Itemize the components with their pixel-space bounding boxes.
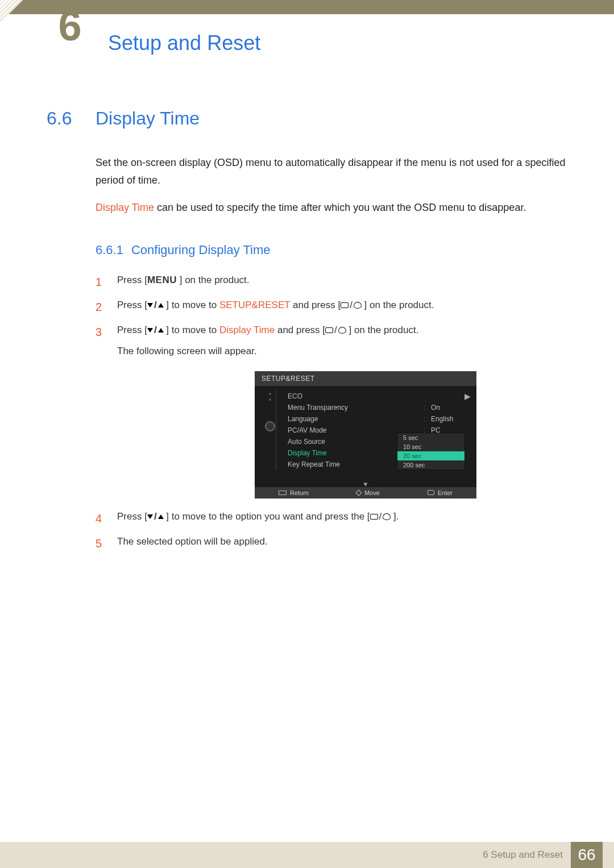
display-time-highlight-2: Display Time bbox=[219, 325, 275, 335]
subsection-number: 6.6.1 bbox=[96, 243, 123, 257]
header-white-bg: 6 Setup and Reset bbox=[0, 14, 614, 50]
header-bar: 6 Setup and Reset bbox=[0, 0, 614, 50]
menu-button-label: MENU bbox=[147, 275, 177, 285]
osd-row-label: ECO bbox=[288, 392, 464, 400]
osd-row-label: Language bbox=[288, 415, 424, 423]
step1-text-a: Press [ bbox=[117, 275, 147, 285]
display-time-highlight: Display Time bbox=[96, 202, 154, 213]
section-heading: 6.6 Display Time bbox=[47, 108, 567, 129]
osd-row: Menu Transparency:On bbox=[285, 402, 471, 413]
osd-screenshot: SETUP&RESET ECO▶Menu Transparency:OnLang… bbox=[255, 371, 476, 499]
footer-label: 6 Setup and Reset bbox=[483, 849, 563, 861]
step3-d: ] on the product. bbox=[346, 325, 419, 335]
step-2: 2 Press [/ ] to move to SETUP&RESET and … bbox=[96, 297, 567, 317]
move-icon bbox=[355, 489, 362, 496]
chapter-title: Setup and Reset bbox=[108, 31, 260, 55]
section-title: Display Time bbox=[96, 108, 200, 129]
rect-enter-icon: / bbox=[370, 509, 391, 525]
osd-row-value: English bbox=[431, 415, 471, 423]
step-3: 3 Press [/ ] to move to Display Time and… bbox=[96, 322, 567, 360]
osd-popup: 5 sec10 sec20 sec200 sec bbox=[397, 433, 465, 470]
osd-row: ECO▶ bbox=[285, 391, 471, 402]
osd-popup-item: 10 sec bbox=[397, 442, 464, 451]
step4-b: ] to move to the option you want and pre… bbox=[164, 511, 370, 522]
chapter-number-badge: 6 bbox=[50, 10, 90, 52]
osd-row-label: Menu Transparency bbox=[288, 404, 424, 412]
footer-page-number: 66 bbox=[571, 842, 603, 868]
step-4: 4 Press [/ ] to move to the option you w… bbox=[96, 509, 567, 528]
step3-c: and press [ bbox=[275, 325, 325, 335]
osd-footer: Return Move Enter bbox=[255, 487, 476, 499]
step3-b: ] to move to bbox=[164, 325, 219, 335]
step2-d: ] on the product. bbox=[362, 300, 434, 310]
gear-icon bbox=[265, 421, 275, 431]
step-1: 1 Press [MENU ] on the product. bbox=[96, 272, 567, 292]
step-number-5: 5 bbox=[96, 534, 106, 553]
step-5: 5 The selected option will be applied. bbox=[96, 534, 567, 553]
page-body: 6.6 Display Time Set the on-screen displ… bbox=[47, 108, 567, 559]
rect-enter-icon: / bbox=[325, 322, 346, 339]
osd-popup-item: 200 sec bbox=[397, 460, 464, 470]
setup-reset-highlight: SETUP&RESET bbox=[219, 300, 290, 310]
osd-more-arrow: ▼ bbox=[255, 480, 476, 487]
step3-a: Press [ bbox=[117, 325, 147, 335]
subsection-title: Configuring Display Time bbox=[131, 243, 271, 257]
step-number-4: 4 bbox=[96, 509, 106, 528]
step2-a: Press [ bbox=[117, 300, 147, 310]
osd-move: Move bbox=[356, 489, 380, 496]
chevron-right-icon: ▶ bbox=[464, 392, 471, 401]
osd-popup-item: 20 sec bbox=[397, 451, 464, 460]
step2-c: and press [ bbox=[290, 300, 341, 310]
step2-b: ] to move to bbox=[164, 300, 219, 310]
rect-enter-icon: / bbox=[341, 297, 362, 314]
down-up-icon: / bbox=[147, 297, 164, 314]
step-number-3: 3 bbox=[96, 322, 106, 360]
enter-icon bbox=[428, 490, 434, 495]
step-number-2: 2 bbox=[96, 297, 106, 317]
footer-bar: 6 Setup and Reset 66 bbox=[0, 842, 614, 868]
return-icon bbox=[279, 491, 287, 495]
step-list: 1 Press [MENU ] on the product. 2 Press … bbox=[96, 272, 567, 553]
step3-line2: The following screen will appear. bbox=[117, 343, 567, 360]
osd-row-value: On bbox=[431, 404, 471, 412]
intro-paragraph-1: Set the on-screen display (OSD) menu to … bbox=[96, 154, 567, 189]
chapter-number: 6 bbox=[58, 2, 81, 49]
osd-title: SETUP&RESET bbox=[255, 371, 476, 386]
intro-p2-text: can be used to specify the time after wh… bbox=[154, 202, 526, 213]
osd-enter: Enter bbox=[428, 489, 453, 496]
step5-text: The selected option will be applied. bbox=[117, 534, 567, 553]
step4-a: Press [ bbox=[117, 511, 147, 522]
down-up-icon: / bbox=[147, 509, 164, 525]
osd-row: Language:English bbox=[285, 413, 471, 425]
step4-c: ]. bbox=[391, 511, 399, 522]
osd-popup-item: 5 sec bbox=[397, 433, 464, 442]
subsection-heading: 6.6.1Configuring Display Time bbox=[96, 243, 567, 258]
step-number-1: 1 bbox=[96, 272, 106, 292]
osd-return: Return bbox=[279, 489, 309, 496]
step1-text-b: ] on the product. bbox=[177, 275, 250, 285]
intro-paragraph-2: Display Time can be used to specify the … bbox=[96, 199, 567, 217]
down-up-icon: / bbox=[147, 322, 164, 339]
osd-left-rail bbox=[255, 391, 285, 470]
page-corner-decoration bbox=[0, 0, 23, 23]
section-number: 6.6 bbox=[47, 108, 82, 129]
